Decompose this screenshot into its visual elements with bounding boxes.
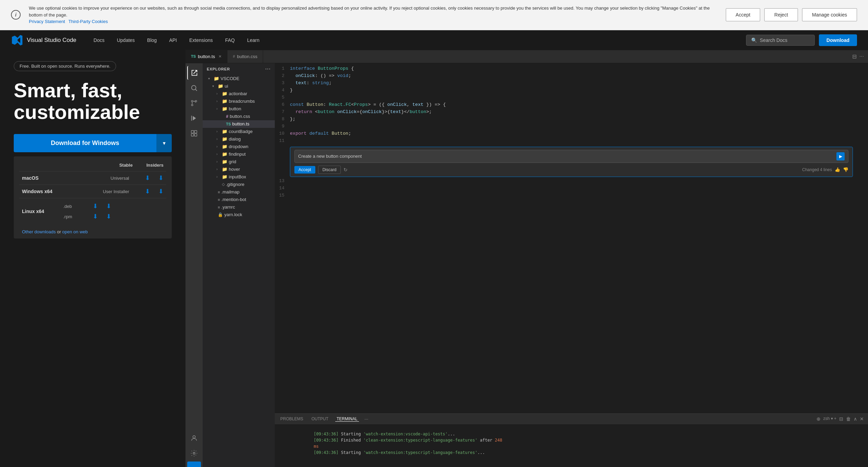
activity-bar: <> — [185, 63, 203, 467]
new-terminal-icon[interactable]: ⊕ — [816, 416, 821, 422]
code-line-3: 3 text: string; — [275, 80, 868, 88]
code-line-10: 10 export default Button; — [275, 131, 868, 138]
download-insiders-macos[interactable]: ⬇ — [158, 174, 164, 182]
nav-learn[interactable]: Learn — [241, 30, 266, 50]
editor-with-sidebar: <> EXPLORER ··· ▾ 📁 VSCODE ▾ 📁 ui — [185, 63, 868, 467]
tree-yarnrc[interactable]: ≡ .yarnrc — [203, 203, 275, 211]
tree-mention-bot[interactable]: ≡ .mention-bot — [203, 196, 275, 203]
tree-dialog[interactable]: › 📁 dialog — [203, 135, 275, 143]
download-windows-button[interactable]: Download for Windows — [14, 134, 156, 152]
cookie-banner: i We use optional cookies to improve you… — [0, 0, 868, 30]
more-actions-icon[interactable]: ··· — [859, 53, 864, 60]
tab2-label: button.css — [237, 54, 257, 59]
download-insiders-windows[interactable]: ⬇ — [158, 188, 164, 195]
download-button[interactable]: Download — [819, 34, 857, 46]
download-stable-linux-rpm[interactable]: ⬇ — [93, 213, 98, 220]
logo-text: Visual Studio Code — [27, 37, 76, 44]
svg-rect-7 — [194, 130, 197, 133]
tree-breadcrumbs[interactable]: › 📁 breadcrumbs — [203, 98, 275, 105]
nav-api[interactable]: API — [163, 30, 183, 50]
nav-extensions[interactable]: Extensions — [183, 30, 219, 50]
code-line-8: 8 }; — [275, 116, 868, 124]
thumbs-up-icon[interactable]: 👍 — [835, 167, 840, 172]
maximize-terminal-icon[interactable]: ∧ — [854, 416, 857, 422]
download-insiders-linux-rpm[interactable]: ⬇ — [106, 213, 111, 220]
search-activity-icon[interactable] — [187, 81, 201, 95]
terminal-more-button[interactable]: ··· — [364, 416, 369, 422]
third-party-link[interactable]: Third-Party Cookies — [68, 19, 108, 24]
extensions-activity-icon[interactable] — [187, 126, 201, 140]
tab-output[interactable]: OUTPUT — [310, 416, 330, 421]
source-control-activity-icon[interactable] — [187, 96, 201, 110]
tree-findinput[interactable]: › 📁 findinput — [203, 151, 275, 158]
tab-terminal[interactable]: TERMINAL — [335, 416, 359, 422]
other-downloads-link[interactable]: Other downloads — [22, 229, 56, 234]
tree-button-folder[interactable]: › 📁 button — [203, 105, 275, 113]
tree-hover[interactable]: › 📁 hover — [203, 166, 275, 173]
refresh-icon[interactable]: ↻ — [343, 167, 348, 173]
reject-cookies-button[interactable]: Reject — [764, 8, 798, 21]
main-content: Free. Built on open source. Runs everywh… — [0, 50, 868, 467]
layout-terminal-icon[interactable]: ⊟ — [839, 416, 843, 422]
tab-button-ts[interactable]: TS button.ts ✕ — [185, 50, 227, 63]
search-docs-button[interactable]: 🔍 Search Docs — [746, 35, 815, 46]
nav-links: Docs Updates Blog API Extensions FAQ Lea… — [87, 30, 746, 50]
download-stable-windows[interactable]: ⬇ — [145, 188, 150, 195]
download-stable-linux-deb[interactable]: ⬇ — [93, 202, 98, 210]
accept-cookies-button[interactable]: Accept — [726, 8, 760, 21]
download-icons-macos: ⬇ ⬇ — [136, 174, 164, 182]
tab-button-css[interactable]: # button.css — [227, 50, 263, 63]
tree-inputbox[interactable]: › 📁 inputBox — [203, 173, 275, 181]
tree-actionbar[interactable]: › 📁 actionbar — [203, 90, 275, 98]
privacy-link[interactable]: Privacy Statement — [29, 19, 65, 24]
account-activity-icon[interactable] — [187, 431, 201, 445]
download-chevron-button[interactable]: ▾ — [156, 134, 172, 152]
inline-discard-button[interactable]: Discard — [318, 166, 341, 174]
tree-countbadge[interactable]: › 📁 countBadge — [203, 128, 275, 135]
other-downloads-row: Other downloads or open on web — [19, 224, 166, 234]
code-line-9: 9 — [275, 124, 868, 131]
tree-gitignore[interactable]: ◇ .gitignore — [203, 181, 275, 188]
run-debug-activity-icon[interactable] — [187, 111, 201, 125]
tab-problems[interactable]: PROBLEMS — [279, 416, 305, 421]
close-tab1-button[interactable]: ✕ — [218, 54, 222, 59]
download-icons-windows: ⬇ ⬇ — [136, 188, 164, 195]
explorer-more-button[interactable]: ··· — [265, 66, 271, 72]
svg-rect-8 — [191, 133, 194, 136]
code-line-15: 15 — [275, 193, 868, 200]
platform-windows: Windows x64 — [22, 189, 63, 194]
split-terminal-icon[interactable]: zsh ▾ + — [823, 416, 836, 422]
tree-yarnlock[interactable]: 🔒 yarn.lock — [203, 211, 275, 219]
download-insiders-linux-deb[interactable]: ⬇ — [106, 202, 111, 210]
svg-point-10 — [193, 435, 195, 438]
explorer-activity-icon[interactable] — [187, 66, 201, 80]
nav-faq[interactable]: FAQ — [219, 30, 241, 50]
variant-universal: Universal — [63, 176, 136, 181]
inline-accept-button[interactable]: Accept — [294, 166, 315, 174]
tree-mailmap[interactable]: ≡ .mailmap — [203, 188, 275, 196]
tree-button-css[interactable]: # button.css — [203, 113, 275, 120]
delete-terminal-icon[interactable]: 🗑 — [846, 416, 851, 422]
open-on-web-link[interactable]: open on web — [62, 229, 88, 234]
nav-updates[interactable]: Updates — [111, 30, 141, 50]
split-editor-icon[interactable]: ⊟ — [852, 53, 857, 60]
svg-point-2 — [191, 100, 193, 102]
tree-button-ts[interactable]: TS button.ts — [203, 120, 275, 128]
hero-panel: Free. Built on open source. Runs everywh… — [0, 50, 185, 467]
thumbs-down-icon[interactable]: 👎 — [843, 167, 848, 172]
table-header: Stable Insiders — [19, 160, 166, 170]
tree-vscode[interactable]: ▾ 📁 VSCODE — [203, 75, 275, 82]
send-chat-button[interactable]: ▶ — [836, 152, 845, 160]
settings-activity-icon[interactable] — [187, 446, 201, 460]
vscode-activity-icon[interactable]: <> — [187, 462, 201, 467]
tree-ui[interactable]: ▾ 📁 ui — [203, 82, 275, 90]
tree-dropdown[interactable]: › 📁 dropdown — [203, 143, 275, 151]
nav-docs[interactable]: Docs — [87, 30, 111, 50]
close-terminal-icon[interactable]: ✕ — [860, 416, 864, 422]
logo[interactable]: Visual Studio Code — [11, 34, 76, 46]
tagline: Free. Built on open source. Runs everywh… — [14, 61, 116, 71]
nav-blog[interactable]: Blog — [141, 30, 163, 50]
download-stable-macos[interactable]: ⬇ — [145, 174, 150, 182]
tree-grid[interactable]: › 📁 grid — [203, 158, 275, 166]
manage-cookies-button[interactable]: Manage cookies — [802, 8, 857, 21]
